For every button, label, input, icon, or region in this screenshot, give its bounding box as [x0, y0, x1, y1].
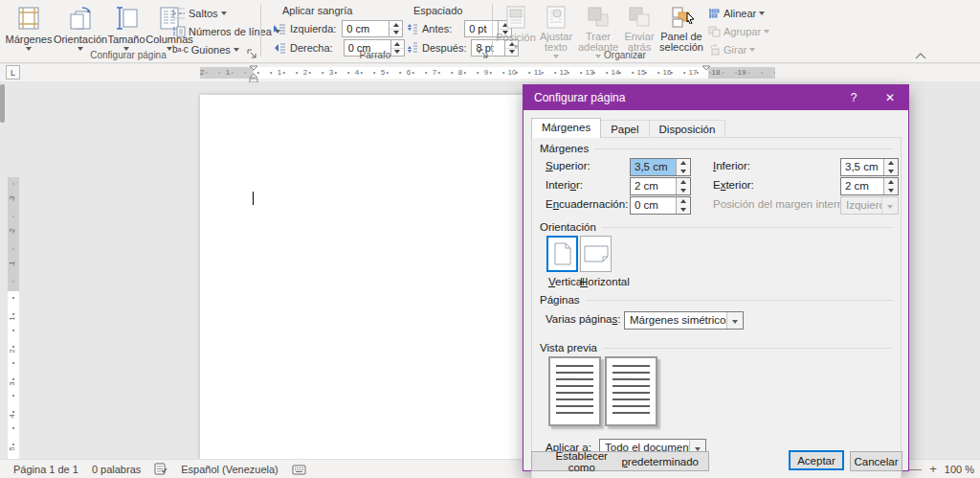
orientation-vertical-option[interactable] [546, 236, 578, 272]
gutter-position-dropdown: Izquierda [840, 196, 899, 215]
exterior-label: Exterior: [713, 179, 754, 191]
indent-left-row: Izquierda: 0 cm [273, 20, 403, 37]
size-icon [113, 5, 140, 32]
page-setup-dialog: Configurar página ? ✕ Márgenes Papel Dis… [523, 84, 909, 471]
collapse-ribbon-icon[interactable] [915, 53, 926, 59]
ruler-number: 6 [407, 68, 411, 78]
ruler-number: 1 [8, 261, 16, 264]
gutter-stepper[interactable] [676, 197, 690, 214]
multiple-pages-dropdown[interactable]: Márgenes simétricos [624, 311, 744, 330]
cancel-button[interactable]: Cancelar [850, 451, 902, 471]
align-button[interactable]: Alinear [708, 5, 765, 21]
ruler-number: 2 [8, 228, 16, 232]
position-icon [503, 5, 528, 30]
wrap-text-icon [544, 5, 568, 30]
dialog-title-bar: Configurar página ? ✕ [523, 85, 908, 110]
pages-section-header: Páginas [540, 294, 893, 306]
tab-margenes[interactable]: Márgenes [531, 118, 601, 138]
preview-page-right [605, 356, 657, 426]
first-line-indent-marker[interactable] [249, 65, 258, 71]
margins-section-header: Márgenes [540, 143, 893, 154]
group-label-parrafo: Párrafo [260, 50, 490, 60]
superior-stepper[interactable] [676, 159, 690, 175]
help-button[interactable]: ? [835, 85, 872, 110]
inferior-stepper[interactable] [883, 159, 898, 175]
page-count[interactable]: Página 1 de 1 [13, 464, 78, 475]
horizontal-ruler: 2112345678910111213141516171819 [200, 67, 775, 79]
paragraph-dialog-launcher-icon[interactable] [479, 49, 490, 60]
set-default-button[interactable]: Establecer como predeterminado [531, 451, 709, 471]
exterior-stepper[interactable] [883, 178, 898, 194]
text-cursor [253, 192, 254, 205]
superior-input[interactable]: 3,5 cm [630, 158, 691, 176]
exterior-input[interactable]: 2 cm [840, 177, 899, 195]
ok-button[interactable]: Aceptar [789, 450, 844, 470]
gutter-label: Encuadernación: [546, 198, 628, 210]
indent-left-stepper[interactable] [389, 21, 402, 36]
tab-disposicion[interactable]: Disposición [649, 120, 726, 138]
zoom-in-button[interactable]: + [929, 465, 937, 474]
page-setup-dialog-launcher-icon[interactable] [247, 49, 258, 60]
vertical-ruler: 3211234567 [8, 177, 19, 478]
selection-pane-icon [669, 5, 694, 30]
bring-forward-icon [586, 5, 611, 30]
language-selector[interactable]: Español (Venezuela) [181, 464, 278, 475]
multiple-pages-label: Varias páginas: [546, 313, 620, 325]
tab-page-margenes: Márgenes Superior: 3,5 cm Inferior: 3,5 … [531, 137, 902, 478]
breaks-button[interactable]: Saltos [172, 5, 227, 21]
ruler-number: 2 [8, 349, 16, 353]
dialog-title: Configurar página [534, 91, 625, 104]
interior-stepper[interactable] [676, 178, 690, 194]
interior-input[interactable]: 2 cm [630, 177, 691, 195]
preview-section-header: Vista previa [540, 342, 893, 353]
gutter-input[interactable]: 0 cm [630, 196, 691, 215]
ruler-number: 15 [637, 68, 646, 78]
dialog-tabs: Márgenes Papel Disposición [531, 118, 724, 138]
top-margin-zone[interactable] [8, 177, 19, 291]
send-backward-icon [627, 5, 652, 30]
mouse-cursor-icon [686, 12, 696, 24]
ruler-row: L 2112345678910111213141516171819 [0, 64, 980, 81]
orientation-icon [67, 5, 94, 32]
line-numbers-icon [172, 26, 186, 37]
ruler-number: 8 [458, 68, 462, 78]
keyboard-icon[interactable] [292, 464, 306, 475]
ruler-number: 4 [8, 414, 16, 418]
indent-left-input[interactable]: 0 cm [342, 20, 403, 37]
ruler-number: 10 [508, 68, 517, 78]
ruler-number: 3 [8, 381, 16, 385]
portrait-page-icon [554, 242, 571, 265]
ruler-number: 1 [8, 316, 16, 320]
ruler-number: 17 [689, 68, 698, 78]
line-numbers-button[interactable]: Números de línea [172, 23, 280, 39]
close-icon[interactable]: ✕ [872, 85, 908, 110]
group-label-configurar-pagina: Configurar página [0, 50, 256, 60]
tab-stop-selector[interactable]: L [6, 65, 20, 80]
proofing-icon[interactable] [154, 463, 167, 475]
interior-label: Interior: [546, 179, 583, 191]
chevron-down-icon [764, 30, 769, 34]
zoom-level[interactable]: 100 % [945, 464, 974, 475]
ruler-number: 11 [534, 68, 542, 78]
indent-header: Aplicar sangría [282, 5, 352, 16]
ruler-number: 4 [355, 68, 359, 78]
indent-left-icon [273, 23, 286, 34]
inferior-input[interactable]: 3,5 cm [840, 158, 899, 176]
ruler-number: 13 [586, 68, 594, 78]
ruler-number: 14 [612, 68, 620, 78]
ruler-number: 19 [738, 68, 746, 78]
orientation-horizontal-option[interactable] [580, 236, 612, 272]
margins-icon [15, 5, 42, 32]
gutter-position-label: Posición del margen interno: [713, 198, 853, 210]
tab-papel[interactable]: Papel [600, 120, 649, 138]
landscape-page-icon [584, 245, 609, 262]
ruler-number: 12 [560, 68, 568, 78]
right-indent-marker[interactable] [702, 65, 711, 71]
horizontal-label[interactable]: Horizontal [580, 276, 630, 287]
ruler-number: 7 [433, 68, 436, 78]
preview-page-left [548, 356, 601, 426]
word-count[interactable]: 0 palabras [92, 464, 141, 475]
chevron-down-icon [732, 320, 738, 324]
group-label-organizar: Organizar [492, 50, 758, 60]
scroll-indicator[interactable] [0, 84, 5, 123]
